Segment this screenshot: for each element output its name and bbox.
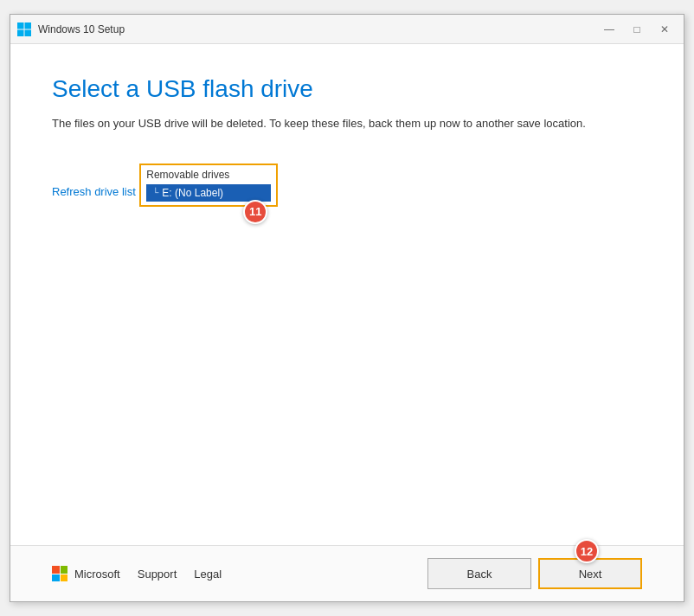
drive-item-e[interactable]: └ E: (No Label) [146,184,271,202]
footer-brand: Microsoft [52,566,120,581]
window-title: Windows 10 Setup [38,23,125,35]
page-title: Select a USB flash drive [52,75,642,103]
footer-left: Microsoft Support Legal [52,566,222,581]
back-button[interactable]: Back [427,558,531,589]
legal-link[interactable]: Legal [194,568,222,581]
setup-window: Windows 10 Setup — □ ✕ Select a USB flas… [10,14,684,602]
maximize-button[interactable]: □ [625,20,649,39]
refresh-drive-list-link[interactable]: Refresh drive list [52,185,136,198]
svg-rect-3 [25,29,32,36]
title-bar-left: Windows 10 Setup [17,22,125,36]
window-icon [17,22,31,36]
microsoft-logo [52,566,67,581]
drive-group-label: Removable drives [146,169,271,181]
ms-logo-green [61,566,68,574]
footer-right: 12 Back Next [427,558,642,589]
brand-label: Microsoft [74,568,120,581]
ms-logo-blue [52,574,60,582]
support-link[interactable]: Support [138,568,177,581]
ms-logo-yellow [61,574,68,582]
annotation-badge-11: 11 [243,200,267,224]
main-content: Select a USB flash drive The files on yo… [10,44,684,545]
svg-rect-0 [17,22,24,29]
drive-tree-icon: └ [152,188,158,197]
drive-item-label: E: (No Label) [162,187,223,199]
title-bar-controls: — □ ✕ [597,20,677,39]
svg-rect-2 [17,29,24,36]
title-bar: Windows 10 Setup — □ ✕ [10,15,684,44]
ms-logo-red [52,566,60,574]
footer: Microsoft Support Legal 12 Back Next [10,545,684,601]
annotation-badge-12: 12 [575,539,599,563]
page-subtitle: The files on your USB drive will be dele… [52,115,642,132]
drive-section: Removable drives └ E: (No Label) 11 [139,157,278,207]
close-button[interactable]: ✕ [652,20,677,39]
svg-rect-1 [25,22,32,29]
minimize-button[interactable]: — [597,20,621,39]
